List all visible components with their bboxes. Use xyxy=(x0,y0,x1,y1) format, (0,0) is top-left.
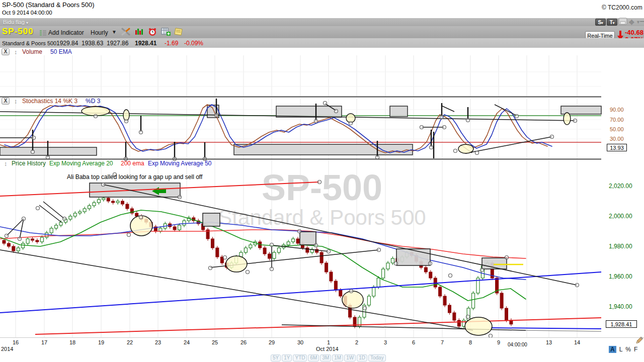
quote-high: 1938.63 xyxy=(82,40,103,47)
stoch-current-value: 13.93 xyxy=(607,144,627,151)
price-axis-label: 1,980.00 xyxy=(609,243,632,250)
x-axis-year-label: 2014 xyxy=(1,346,13,352)
add-table-icon[interactable] xyxy=(161,27,170,36)
zoom-range-button-today[interactable]: Today xyxy=(368,354,386,361)
zoom-range-button-ytd[interactable]: YTD xyxy=(293,354,307,361)
window-title: SP-500 (Standard & Poors 500) xyxy=(2,1,95,9)
stochastics-label[interactable]: Stochastics 14 %K 3 xyxy=(22,98,77,105)
x-axis-tick-label: 2 xyxy=(355,339,358,345)
watchlist-dropdown[interactable]: Bidu flag ▾ xyxy=(3,19,28,25)
x-axis-tick-label: 18 xyxy=(69,339,75,345)
scale-toggle-F[interactable]: F xyxy=(634,346,637,353)
zoom-range-button-1y[interactable]: 1Y xyxy=(282,354,292,361)
net-change: -40.68 xyxy=(625,29,643,36)
scale-toggle-%[interactable]: % xyxy=(625,346,631,353)
symbol-label[interactable]: SP-500 xyxy=(2,27,34,37)
quote-last: 1928.41 xyxy=(135,40,156,47)
alert-clock-icon[interactable] xyxy=(148,27,157,36)
ema200-label[interactable]: 200 ema xyxy=(121,160,144,167)
x-axis-month-label: Oct 2014 xyxy=(316,346,339,352)
price-current-value: 1,928.41 xyxy=(606,320,637,328)
zoom-range-button-6m[interactable]: 6M xyxy=(308,354,319,361)
ema50-label[interactable]: Exp Moving Average 50 xyxy=(148,160,212,167)
price-axis-label: 1,960.00 xyxy=(609,273,632,280)
chart-style-icon[interactable] xyxy=(135,27,144,36)
ema20-label[interactable]: Exp Moving Average 20 xyxy=(49,160,113,167)
x-axis-tick-label: 14 xyxy=(574,339,580,345)
add-indicator-button[interactable]: Add Indicator xyxy=(48,29,84,36)
x-axis-tick-label: 17 xyxy=(41,339,47,345)
scale-toggle-L[interactable]: L xyxy=(619,346,623,353)
copyright: © TC2000.com xyxy=(602,4,642,11)
price-axis-label: 1,940.00 xyxy=(609,303,632,310)
quote-name: Standard & Poors 500 xyxy=(2,40,56,46)
x-axis-tick-label: 25 xyxy=(212,339,218,345)
scale-toggle-group: AL%F xyxy=(609,346,637,353)
move-window-icon[interactable]: ✥ xyxy=(629,19,634,26)
x-axis-tick-label: 19 xyxy=(98,339,104,345)
chevron-down-icon: ▾ xyxy=(601,21,603,25)
x-axis-tick-label: 23 xyxy=(155,339,161,345)
x-axis-time-label: 04:00:00 xyxy=(508,342,527,347)
x-axis-tick-label: 29 xyxy=(269,339,275,345)
price-history-label[interactable]: Price History xyxy=(12,160,46,167)
chart-datetime: Oct 9 2014 04:00:00 xyxy=(2,10,52,16)
notes-icon[interactable] xyxy=(174,27,183,36)
x-axis-tick-label: 13 xyxy=(546,339,552,345)
quote-change-percent: -0.09% xyxy=(184,40,203,47)
x-axis-tick-label: 1 xyxy=(327,339,330,345)
x-axis-tick-label: 3 xyxy=(384,339,387,345)
scale-menu-button[interactable]: S▾ xyxy=(595,19,606,26)
svg-text:SP-500: SP-500 xyxy=(262,167,382,208)
chart-canvas[interactable]: SP-500Standard & Poors 500 xyxy=(0,0,644,362)
x-axis-tick-label: 26 xyxy=(240,339,247,345)
tc2000-window: { "header": { "title": "SP-500 (Standard… xyxy=(0,0,644,362)
indicator-list-icon[interactable] xyxy=(39,29,47,38)
stochastics-d-label[interactable]: %D 3 xyxy=(86,98,100,105)
stochastics-resize-icon[interactable]: ↕ xyxy=(14,98,17,105)
volume-ema-label[interactable]: 50 EMA xyxy=(50,48,72,55)
price-resize-icon[interactable]: ↕ xyxy=(4,160,7,167)
x-axis-tick-label: 9 xyxy=(497,339,500,345)
x-axis-tick-label: 16 xyxy=(13,339,19,345)
volume-close-button[interactable]: X xyxy=(2,48,10,55)
quote-low: 1927.86 xyxy=(107,40,128,47)
zoom-range-button-3m[interactable]: 3M xyxy=(320,354,331,361)
minimize-button[interactable]: — xyxy=(640,18,644,25)
timeframe-button[interactable]: Hourly xyxy=(91,29,108,36)
volume-label[interactable]: Volume xyxy=(22,48,42,55)
scale-toggle-A[interactable]: A xyxy=(609,346,616,353)
stoch-axis-label: 50.00 xyxy=(610,126,624,132)
volume-resize-icon[interactable]: ↕ xyxy=(14,49,17,56)
zoom-range-button-1m[interactable]: 1M xyxy=(332,354,343,361)
x-axis-tick-label: 8 xyxy=(469,339,472,345)
x-axis-tick-label: 7 xyxy=(441,339,444,345)
pencil-icon[interactable] xyxy=(634,336,643,347)
template-menu-button[interactable]: T▾ xyxy=(607,19,617,26)
minimize-glyph: — xyxy=(640,18,644,25)
x-axis-tick-label: 30 xyxy=(297,339,303,345)
price-axis-label: 2,000.00 xyxy=(609,213,632,220)
price-axis-label: 2,020.00 xyxy=(609,183,632,190)
drawing-tools-icon[interactable] xyxy=(121,27,130,36)
stoch-axis-label: 30.00 xyxy=(610,136,624,142)
chart-annotation-text[interactable]: Ali Baba top called looking for a gap up… xyxy=(67,173,202,180)
x-axis-tick-label: 24 xyxy=(184,339,190,345)
stochastics-close-button[interactable]: X xyxy=(2,98,10,105)
timeframe-caret-icon[interactable]: ▼ xyxy=(112,29,117,35)
stoch-axis-label: 70.00 xyxy=(610,117,624,123)
zoom-range-button-1w[interactable]: 1W xyxy=(344,354,356,361)
x-axis-tick-label: 6 xyxy=(412,339,415,345)
chevron-down-icon: ▾ xyxy=(26,21,28,25)
svg-text:Standard & Poors 500: Standard & Poors 500 xyxy=(218,206,426,229)
zoom-range-buttons: 5Y1YYTD6M3M1M1W1DToday xyxy=(271,354,386,361)
chevron-down-icon: ▾ xyxy=(613,21,615,25)
quote-open: 1929.84 xyxy=(56,40,78,47)
toolbar-row-top xyxy=(0,18,644,26)
watchlist-label: Bidu flag xyxy=(3,19,25,25)
stoch-axis-label: 90.00 xyxy=(610,107,624,113)
zoom-range-button-1d[interactable]: 1D xyxy=(357,354,367,361)
quote-change: -1.69 xyxy=(165,40,178,47)
x-axis-tick-label: 22 xyxy=(127,339,133,345)
zoom-range-button-5y[interactable]: 5Y xyxy=(271,354,281,361)
